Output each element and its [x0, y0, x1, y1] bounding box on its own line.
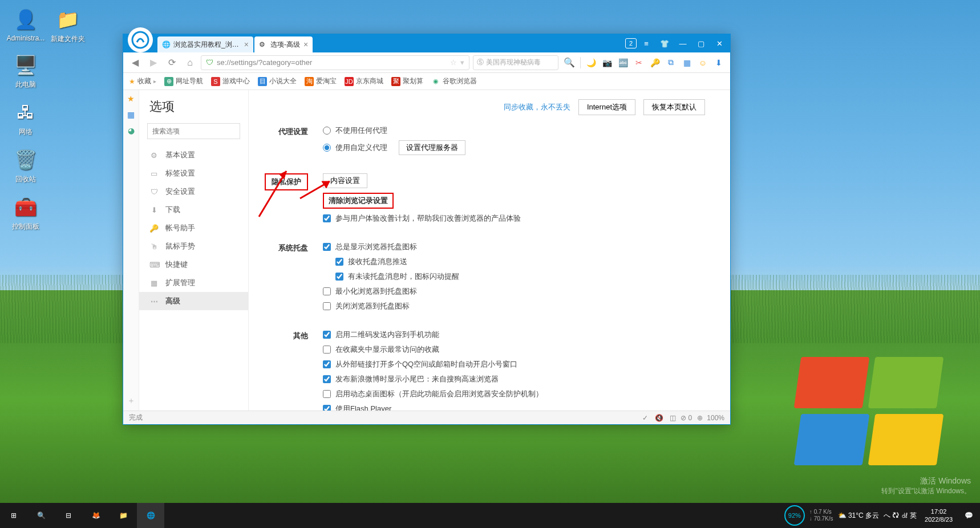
maximize-button[interactable]: ▢ — [693, 36, 710, 51]
sidebar-item-4[interactable]: 🔑帐号助手 — [139, 219, 248, 237]
search-options-input[interactable] — [147, 123, 240, 139]
checkbox-ux-program[interactable] — [323, 214, 331, 222]
sidebar-item-2[interactable]: 🛡安全设置 — [139, 182, 248, 201]
checkbox-label[interactable]: 参与用户体验改善计划，帮助我们改善浏览器的产品体验 — [335, 213, 521, 224]
tab-title: 选项-高级 — [270, 40, 300, 50]
checkbox-tray-show[interactable] — [323, 243, 331, 251]
start-button[interactable]: ⊞ — [0, 503, 27, 528]
rail-grid-icon[interactable]: ▦ — [126, 109, 136, 120]
radio-no-proxy[interactable] — [323, 127, 331, 135]
close-button[interactable]: ✕ — [711, 36, 728, 51]
bookmark-game[interactable]: S游戏中心 — [211, 76, 250, 86]
radio-label[interactable]: 使用自定义代理 — [335, 143, 387, 153]
clear-history-button-highlighted[interactable]: 清除浏览记录设置 — [323, 193, 394, 209]
bookmark-ju[interactable]: 聚聚划算 — [391, 76, 423, 86]
close-icon[interactable]: × — [303, 40, 308, 49]
smiley-icon[interactable]: ☺ — [696, 56, 710, 70]
checkbox-tray-close[interactable] — [323, 302, 331, 310]
key-icon[interactable]: 🔑 — [648, 56, 662, 70]
browser-logo[interactable] — [128, 27, 153, 52]
checkbox-qr[interactable] — [323, 331, 331, 339]
home-button[interactable]: ⌂ — [183, 55, 197, 70]
checkbox-weibo[interactable] — [323, 375, 331, 383]
camera-icon[interactable]: 📷 — [600, 56, 614, 70]
url-box[interactable]: 🛡 ☆ ▾ — [201, 55, 469, 70]
badge-button[interactable]: 2 — [625, 38, 637, 48]
sync-link[interactable]: 同步收藏，永不丢失 — [504, 102, 570, 112]
status-zoom-icon[interactable]: ⊕ — [693, 414, 707, 422]
star-icon[interactable]: ☆ — [450, 58, 457, 67]
desktop-icon-network[interactable]: 🖧网络 — [5, 100, 47, 137]
proxy-settings-button[interactable]: 设置代理服务器 — [399, 140, 465, 155]
tab-settings[interactable]: ⚙ 选项-高级 × — [254, 36, 313, 52]
tab-tutorial[interactable]: 🌐 浏览器实用教程_浏览器 × — [157, 36, 253, 52]
grid-icon[interactable]: ▦ — [680, 56, 694, 70]
bookmark-jd[interactable]: JD京东商城 — [345, 76, 383, 86]
minimize-button[interactable]: ― — [674, 36, 691, 51]
bookmark-taobao[interactable]: 淘爱淘宝 — [305, 76, 337, 86]
wallpaper-windows-logo — [797, 357, 957, 482]
restore-icon[interactable]: ⧉ — [664, 56, 678, 70]
checkbox-flash[interactable] — [323, 405, 331, 411]
notifications-button[interactable]: 💬 — [961, 503, 977, 528]
weather-widget[interactable]: ⛅ 31°C 多云 — [838, 511, 880, 521]
taskbar-firefox[interactable]: 🦊 — [82, 503, 110, 528]
sidebar-item-8[interactable]: ⋯高级 — [139, 292, 248, 310]
bookmark-chrome[interactable]: ◉谷歌浏览器 — [431, 76, 477, 86]
restore-defaults-button[interactable]: 恢复本页默认 — [643, 99, 705, 115]
internet-options-button[interactable]: Internet选项 — [578, 99, 635, 115]
radio-custom-proxy[interactable] — [323, 144, 331, 152]
content-settings-button[interactable]: 内容设置 — [323, 173, 367, 188]
search-box[interactable]: Ⓢ 美国再现神秘病毒 — [473, 55, 558, 70]
sidebar-item-6[interactable]: ⌨快捷键 — [139, 255, 248, 274]
taskbar-sogou[interactable]: 🌐 — [137, 503, 164, 528]
status-mute-icon[interactable]: 🔇 — [652, 414, 666, 422]
reload-button[interactable]: ⟳ — [164, 55, 179, 70]
back-button[interactable]: ◀ — [128, 55, 143, 70]
checkbox-tray-push[interactable] — [335, 258, 343, 266]
bookmark-novel[interactable]: 目小说大全 — [258, 76, 297, 86]
sidebar-item-7[interactable]: ▦扩展管理 — [139, 274, 248, 292]
sidebar-item-1[interactable]: ▭标签设置 — [139, 164, 248, 182]
status-split-icon[interactable]: ◫ — [666, 414, 679, 422]
sidebar-item-0[interactable]: ⚙基本设置 — [139, 146, 248, 164]
close-icon[interactable]: × — [244, 40, 249, 49]
bookmark-nav[interactable]: ⊕网址导航 — [164, 76, 203, 86]
rail-add-icon[interactable]: ＋ — [126, 396, 136, 406]
status-check-icon[interactable]: ✓ — [638, 414, 652, 422]
sidebar-item-3[interactable]: ⬇下载 — [139, 201, 248, 219]
url-input[interactable] — [217, 58, 447, 67]
status-zoom[interactable]: 100% — [707, 414, 724, 422]
rail-star-icon[interactable]: ★ — [126, 94, 136, 104]
translate-icon[interactable]: 🔤 — [616, 56, 630, 70]
desktop-icon-thispc[interactable]: 🖥️此电脑 — [5, 52, 47, 90]
moon-icon[interactable]: 🌙 — [584, 56, 598, 70]
taskbar-explorer[interactable]: 📁 — [110, 503, 137, 528]
checkbox-fav-most[interactable] — [323, 346, 331, 354]
status-ad-icon[interactable]: ⊘ 0 — [679, 414, 693, 422]
checkbox-qq[interactable] — [323, 360, 331, 368]
desktop-icon-newfolder[interactable]: 📁新建文件夹 — [47, 7, 89, 44]
tray-icons[interactable]: へ 🗘 ㎗ 英 — [884, 511, 917, 521]
checkbox-dynamic-icon[interactable] — [323, 390, 331, 398]
bookmarks-label[interactable]: ★收藏▸ — [129, 76, 156, 86]
desktop-icon-admin[interactable]: 👤Administra... — [5, 7, 47, 42]
desktop-icon-controlpanel[interactable]: 🧰控制面板 — [5, 194, 47, 231]
desktop-icon-recycle[interactable]: 🗑️回收站 — [5, 147, 47, 184]
checkbox-tray-min[interactable] — [323, 287, 331, 295]
radio-label[interactable]: 不使用任何代理 — [335, 125, 387, 136]
rail-history-icon[interactable]: ◕ — [126, 125, 136, 136]
search-button[interactable]: 🔍 — [27, 503, 55, 528]
download-icon[interactable]: ⬇ — [712, 56, 726, 70]
memory-gauge[interactable]: 92% — [784, 505, 805, 526]
forward-button[interactable]: ▶ — [146, 55, 161, 70]
sidebar-item-5[interactable]: 🖱鼠标手势 — [139, 237, 248, 255]
network-speed[interactable]: ↑ 0.7 K/s ↓ 70.7K/s — [809, 509, 833, 522]
search-icon[interactable]: 🔍 — [562, 55, 577, 70]
scissors-icon[interactable]: ✂ — [632, 56, 646, 70]
menu-icon[interactable]: ≡ — [638, 36, 655, 51]
checkbox-tray-blink[interactable] — [335, 273, 343, 281]
skin-icon[interactable]: 👕 — [656, 36, 673, 51]
clock[interactable]: 17:022022/8/23 — [921, 507, 956, 524]
taskview-button[interactable]: ⊟ — [55, 503, 82, 528]
